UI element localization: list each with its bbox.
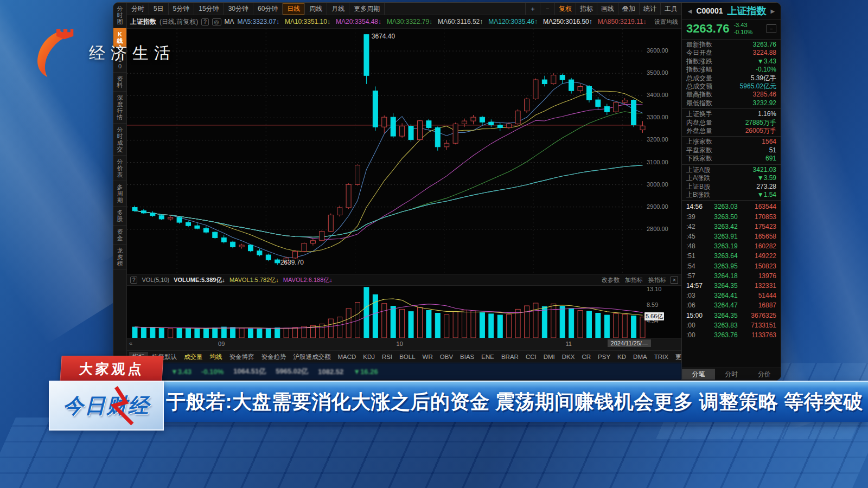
- tool-button-3[interactable]: 指标: [576, 3, 597, 15]
- sidebar-item-多股[interactable]: 多股: [113, 207, 126, 226]
- indicator-tab-PSY[interactable]: PSY: [595, 352, 614, 361]
- tick-price: 3264.18: [708, 271, 744, 281]
- field-row-指数涨跌: 指数涨跌▼3.43: [682, 57, 781, 66]
- indicator-tab-BIAS[interactable]: BIAS: [457, 352, 477, 361]
- minimize-icon[interactable]: −: [767, 24, 776, 33]
- field-label: 内盘总量: [686, 119, 712, 127]
- close-icon[interactable]: ×: [671, 277, 678, 284]
- indicator-tab-KD[interactable]: KD: [614, 352, 629, 361]
- ma-legend-item: MA250:3016.50↑: [543, 18, 592, 25]
- tick-time: :45: [686, 232, 708, 241]
- period-tab-30分钟[interactable]: 30分钟: [224, 3, 253, 15]
- period-tab-周线[interactable]: 周线: [305, 3, 327, 15]
- trading-app-window: 分时图K线F10资料深度行情分时成交分价表多周期多股资金龙虎榜 分时5日5分钟1…: [113, 2, 781, 381]
- tick-volume: 170853: [744, 212, 776, 222]
- indicator-tab-资金趋势[interactable]: 资金趋势: [258, 352, 289, 362]
- sidebar-item-分价表[interactable]: 分价表: [113, 156, 126, 181]
- tool-button-2[interactable]: 复权: [554, 3, 576, 15]
- channel-logo: 经济生活: [31, 28, 176, 78]
- y-axis-label: 2800.00: [647, 226, 668, 232]
- sidebar-item-分时图[interactable]: 分时图: [113, 3, 126, 28]
- sidebar-item-分时成交[interactable]: 分时成交: [113, 124, 126, 156]
- indicator-tab-成交量[interactable]: 成交量: [181, 352, 206, 362]
- time-and-sales-list[interactable]: 14:563263.03163544:393263.50170853:42326…: [682, 200, 781, 368]
- ma-group-label: MA: [225, 18, 234, 25]
- toolbar-buttons: ＋－复权指标画线叠加统计工具: [525, 3, 681, 15]
- period-tab-5分钟[interactable]: 5分钟: [169, 3, 195, 15]
- indicator-tab-BRAR[interactable]: BRAR: [498, 352, 522, 361]
- y-axis-label: 2900.00: [647, 203, 668, 210]
- indicator-tab-CR[interactable]: CR: [578, 352, 594, 361]
- indicator-tab-ENE[interactable]: ENE: [478, 352, 497, 361]
- tick-volume: 149222: [744, 251, 776, 261]
- indicator-tab-DMI[interactable]: DMI: [540, 352, 558, 361]
- volume-axis-label: 8.59: [647, 301, 658, 308]
- tool-button-5[interactable]: 叠加: [618, 3, 639, 15]
- field-label: 平盘家数: [686, 146, 712, 155]
- period-tab-5日[interactable]: 5日: [149, 3, 169, 15]
- sidebar-item-多周期[interactable]: 多周期: [113, 181, 126, 207]
- indicator-tab-BOLL[interactable]: BOLL: [396, 352, 418, 361]
- help-icon[interactable]: ?: [201, 18, 209, 25]
- strip-value: ▼16.26: [353, 368, 378, 376]
- tick-volume: 51444: [744, 291, 776, 300]
- vol-link-改参数[interactable]: 改参数: [602, 276, 620, 284]
- indicator-tab-OBV[interactable]: OBV: [437, 352, 456, 361]
- indicator-tab-CCI[interactable]: CCI: [522, 352, 540, 361]
- quote-panel: ◀ C00001 上证指数 ▶ 3263.76 -3.43-0.10% − 最新…: [681, 3, 781, 380]
- vol-link-换指标[interactable]: 换指标: [648, 276, 666, 284]
- indicator-tab-DKX[interactable]: DKX: [559, 352, 578, 361]
- sidebar-item-资金[interactable]: 资金: [113, 226, 126, 245]
- news-ticker-text: 于般若:大盘需要消化大涨之后的资金 震荡期间赚钱机会更多 调整策略 等待突破: [158, 389, 863, 415]
- y-axis-label: 3200.00: [647, 136, 668, 143]
- candlestick-chart[interactable]: 2800.002900.003000.003100.003200.003300.…: [127, 29, 681, 274]
- instrument-title[interactable]: 上证指数: [727, 4, 766, 17]
- sidebar-item-龙虎榜[interactable]: 龙虎榜: [113, 245, 126, 270]
- tool-button-0[interactable]: ＋: [525, 3, 540, 15]
- indicator-tab-沪股通成交额[interactable]: 沪股通成交额: [290, 352, 334, 362]
- tick-price: 3263.03: [708, 202, 744, 211]
- tool-button-6[interactable]: 统计: [639, 3, 660, 15]
- field-value: 273.28: [756, 183, 776, 191]
- volume-chart[interactable]: 13.108.594.345.66亿: [127, 286, 681, 338]
- indicator-tab-资金博弈[interactable]: 资金博弈: [226, 352, 257, 362]
- tool-button-4[interactable]: 画线: [597, 3, 618, 15]
- quote-tab-分笔[interactable]: 分笔: [682, 369, 715, 380]
- field-value: 3421.03: [753, 166, 776, 174]
- indicator-tab-WR[interactable]: WR: [419, 352, 436, 361]
- indicator-tab-DMA[interactable]: DMA: [630, 352, 650, 361]
- gear-icon[interactable]: ◎: [212, 18, 221, 25]
- period-tab-月线[interactable]: 月线: [327, 3, 349, 15]
- axis-date-label: 2024/11/25/—: [608, 339, 651, 347]
- tick-time: :39: [686, 212, 708, 222]
- tool-button-1[interactable]: －: [540, 3, 554, 15]
- prev-instrument-icon[interactable]: ◀: [688, 8, 692, 14]
- help-icon[interactable]: ?: [130, 277, 138, 284]
- y-axis-label: 3600.00: [647, 47, 668, 54]
- period-tab-更多周期[interactable]: 更多周期: [349, 3, 385, 15]
- quote-tab-分价[interactable]: 分价: [748, 369, 781, 380]
- tick-volume: 132331: [744, 281, 776, 291]
- period-tab-15分钟[interactable]: 15分钟: [194, 3, 224, 15]
- tick-time: :42: [686, 222, 708, 232]
- indicator-tab-RSI[interactable]: RSI: [379, 352, 395, 361]
- period-tab-60分钟[interactable]: 60分钟: [253, 3, 283, 15]
- indicator-tab-MACD[interactable]: MACD: [334, 352, 359, 361]
- mavol1-value: MAVOL1:5.782亿↓: [229, 276, 279, 284]
- tick-time: :54: [686, 261, 708, 271]
- sidebar-item-深度行情[interactable]: 深度行情: [113, 92, 126, 124]
- field-value: 5.39亿手: [751, 74, 776, 82]
- ma-settings-button[interactable]: 设置均线: [654, 18, 678, 26]
- field-label: 上证B股: [686, 183, 710, 191]
- scroll-left-icon[interactable]: «: [129, 340, 132, 346]
- period-tab-分时[interactable]: 分时: [127, 3, 149, 15]
- period-tab-日线[interactable]: 日线: [283, 3, 305, 15]
- next-instrument-icon[interactable]: ▶: [770, 8, 775, 14]
- indicator-tab-KDJ[interactable]: KDJ: [360, 352, 378, 361]
- quote-tab-分时[interactable]: 分时: [715, 369, 748, 380]
- indicator-tab-均线[interactable]: 均线: [206, 352, 225, 362]
- indicator-tab-TRIX[interactable]: TRIX: [651, 352, 672, 361]
- vol-link-加指标[interactable]: 加指标: [625, 276, 643, 284]
- field-row-上B涨跌: 上B涨跌▼1.54: [682, 191, 781, 199]
- tool-button-7[interactable]: 工具: [660, 3, 681, 15]
